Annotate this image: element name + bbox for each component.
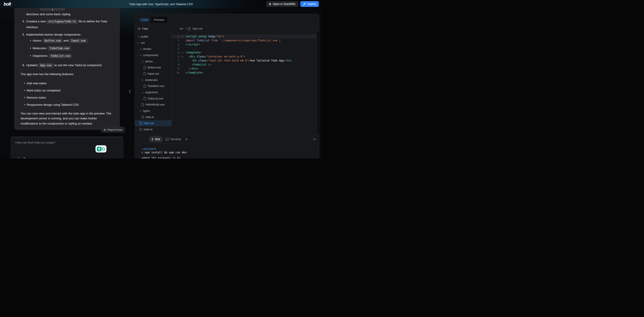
code-token: = [205, 55, 206, 58]
code-line-1[interactable]: 1<script setup lang="ts"> [172, 34, 317, 38]
message-ol-item: 6.Updated App.vue to use the new TodoLis… [20, 62, 114, 68]
code-token: './components/organisms/TodoList.vue' [219, 39, 279, 42]
file-tree-label: components [143, 54, 158, 57]
line-number: 3 [172, 43, 179, 46]
code-token: = [214, 35, 216, 38]
line-number: 8 [172, 63, 179, 66]
code-token: Vue Tailwind Todo App [250, 59, 284, 62]
terminal-collapse-chevron[interactable] [313, 138, 316, 140]
terminal-tab-bolt[interactable]: Bolt [149, 136, 163, 142]
inline-code-pill: Button.vue [43, 39, 62, 43]
line-number: 7 [172, 59, 179, 62]
file-tree-item-molecules[interactable]: molecules [135, 77, 172, 83]
code-token: < [188, 55, 190, 58]
file-tree: publicsrcassetscomponentsatomsButton.vue… [135, 32, 172, 132]
file-tree-item-src[interactable]: src [135, 40, 172, 46]
fold-chevron-icon[interactable] [179, 56, 185, 57]
terminal-tab-bolt-label: Bolt [155, 138, 160, 141]
chat-input[interactable]: How can Bolt help you today? G [11, 137, 124, 158]
code-token: > [244, 55, 245, 58]
file-icon [144, 66, 146, 69]
list-number: 4. [22, 18, 25, 24]
terminal-output: ~/projectnpm install && npm run devadded… [135, 144, 319, 158]
file-tree-item-atoms[interactable]: atoms [135, 58, 172, 64]
report-issue-button[interactable]: Report Issue [101, 127, 124, 132]
file-explorer: Files publicsrcassetscomponentsatomsButt… [135, 26, 172, 134]
code-line-3[interactable]: 3</script> [172, 42, 317, 46]
top-bar-actions: Open in StackBlitz Deploy [266, 1, 319, 7]
code-line-10[interactable]: 10</template> [172, 71, 317, 75]
code-token: </ [185, 43, 188, 46]
code-token: > [202, 71, 203, 74]
file-tree-item-organisms[interactable]: organisms [135, 89, 172, 96]
file-tree-item-public[interactable]: public [135, 34, 172, 40]
terminal-tab-terminal[interactable]: Terminal [166, 138, 181, 141]
file-icon [140, 122, 142, 125]
files-header-label: Files [142, 27, 148, 30]
breadcrumb-folder[interactable]: src [180, 27, 183, 30]
code-line-8[interactable]: 8 <TodoList /> [172, 62, 317, 66]
terminal-line-cmd: npm install && npm run dev [142, 151, 319, 154]
file-tree-item-assets[interactable]: assets [135, 46, 172, 52]
code-token: h1 [194, 59, 196, 62]
code-token: </ [185, 71, 188, 74]
code-line-2[interactable]: 2import TodoList from './components/orga… [172, 38, 317, 42]
inline-code-pill: App.vue [38, 63, 54, 68]
rocket-icon [303, 3, 306, 6]
file-tree-item-app-vue[interactable]: App.vue [135, 120, 172, 126]
message-feature-item: Add new todos [20, 81, 114, 86]
deploy-button[interactable]: Deploy [300, 1, 319, 7]
tab-preview[interactable]: Preview [151, 17, 167, 22]
breadcrumb-file[interactable]: App.vue [192, 27, 202, 30]
project-title: Todo App with Vue, TypeScript, and Tailw… [129, 2, 193, 6]
code-token: ; [279, 39, 281, 42]
file-tree-item-input-vue[interactable]: Input.vue [135, 71, 172, 77]
add-terminal-button[interactable]: + [185, 137, 188, 142]
code-line-5[interactable]: 5<template> [172, 50, 317, 54]
files-header: Files [135, 26, 172, 32]
code-token: > [200, 51, 202, 54]
deploy-label: Deploy [308, 2, 316, 6]
message-ul-item: Organisms: TodoList.vue [20, 53, 114, 59]
grammarly-widget[interactable]: G [96, 145, 106, 152]
file-tree-item-types[interactable]: types [135, 108, 172, 114]
file-tree-label: App.vue [144, 122, 154, 125]
code-token [185, 59, 192, 62]
lightning-icon [152, 138, 154, 140]
file-tree-item-todoitem-vue[interactable]: TodoItem.vue [135, 83, 172, 90]
message-cont-item: directives and some basic styling. [20, 12, 114, 17]
file-icon [144, 72, 146, 75]
file-tree-item-button-vue[interactable]: Button.vue [135, 64, 172, 71]
attachment-icon[interactable] [18, 157, 20, 158]
file-tree-item-todo-ts[interactable]: todo.ts [135, 114, 172, 120]
fold-chevron-icon[interactable] [179, 52, 185, 53]
editor-code[interactable]: 1<script setup lang="ts">2import TodoLis… [172, 32, 317, 75]
code-line-4[interactable]: 4 [172, 46, 317, 50]
file-icon [144, 85, 146, 88]
code-token: script [187, 35, 196, 38]
terminal-command-text: npm install && npm run dev [145, 151, 187, 154]
open-in-stackblitz-button[interactable]: Open in StackBlitz [266, 1, 298, 7]
code-token: h1 [287, 59, 290, 62]
chevron-down-icon [142, 60, 144, 62]
file-tree-item-components[interactable]: components [135, 52, 172, 58]
tab-code[interactable]: Code [138, 17, 151, 22]
chevron-down-icon [142, 79, 144, 81]
file-tree-item-todolist-vue[interactable]: TodoList.vue [135, 96, 172, 102]
message-ol-item: 4.Created a new src/types/todo.ts file t… [20, 18, 114, 30]
editor-scrollbar[interactable] [317, 32, 319, 134]
terminal-line-path: ~/project [142, 147, 319, 151]
code-token: = [206, 59, 208, 62]
code-line-6[interactable]: 6 <div class="container mx-auto p-4"> [172, 54, 317, 58]
code-line-7[interactable]: 7 <h1 class="text-3xl font-bold mb-6">Vu… [172, 58, 317, 62]
code-token [185, 67, 188, 70]
collapse-chat-chevron[interactable] [128, 89, 132, 94]
file-tree-item-main-ts[interactable]: main.ts [135, 126, 172, 132]
fold-chevron-icon[interactable] [179, 36, 185, 37]
chevron-left-icon [128, 90, 131, 94]
code-line-9[interactable]: 9 </div> [172, 66, 317, 71]
file-tree-item-helloworld-vue[interactable]: HelloWorld.vue [135, 102, 172, 108]
view-tab-bar: Code Preview [135, 14, 319, 26]
file-tree-label: Button.vue [148, 66, 161, 69]
chevron-down-icon [142, 92, 144, 93]
